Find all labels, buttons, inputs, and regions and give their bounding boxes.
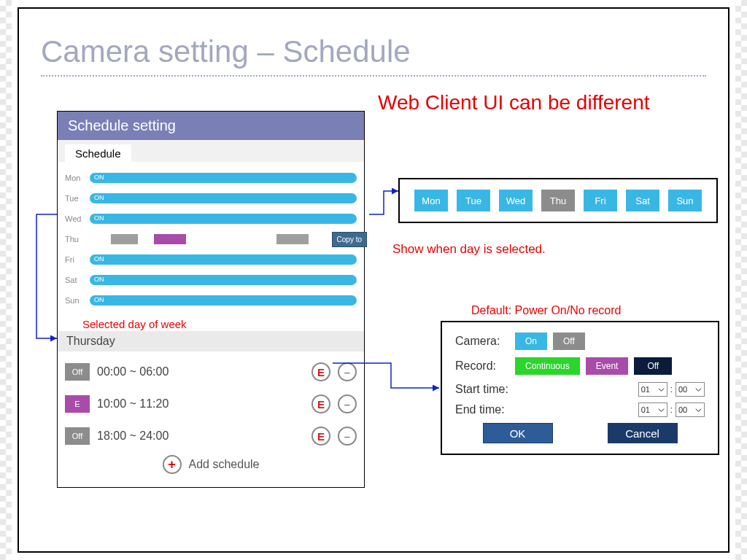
delete-button[interactable]: – <box>338 362 357 381</box>
record-off-button[interactable]: Off <box>634 357 672 375</box>
selected-day-label: Selected day of week <box>58 315 364 331</box>
camera-on-button[interactable]: On <box>515 332 547 350</box>
delete-button[interactable]: – <box>338 394 357 413</box>
camera-off-button[interactable]: Off <box>553 332 585 350</box>
day-tue[interactable]: Tue <box>457 190 490 211</box>
add-schedule-button[interactable]: + Add schedule <box>65 452 357 484</box>
schedule-row: Off 00:00 ~ 06:00 E – <box>65 356 357 388</box>
schedule-time: 00:00 ~ 06:00 <box>97 365 304 378</box>
timeline-row-sun[interactable]: Sun ON <box>65 290 357 311</box>
edit-button[interactable]: E <box>311 427 330 446</box>
schedule-panel: Schedule setting Schedule Mon ON Tue ON … <box>57 111 365 488</box>
tab-bar: Schedule <box>58 140 364 162</box>
edit-button[interactable]: E <box>311 362 330 381</box>
timeline-row-sat[interactable]: Sat ON <box>65 270 357 290</box>
show-note: Show when day is selected. <box>392 242 546 257</box>
plus-icon: + <box>163 455 182 474</box>
schedule-row: E 10:00 ~ 11:20 E – <box>65 388 357 420</box>
schedule-detail-box: Camera: On Off Record: Continuous Event … <box>441 321 719 455</box>
title-divider <box>41 75 706 77</box>
day-thu[interactable]: Thu <box>541 190 575 211</box>
schedule-row: Off 18:00 ~ 24:00 E – <box>65 420 357 452</box>
end-time-label: End time: <box>455 403 638 416</box>
day-mon[interactable]: Mon <box>414 190 448 211</box>
panel-header: Schedule setting <box>58 112 364 140</box>
cancel-button[interactable]: Cancel <box>608 423 678 443</box>
delete-button[interactable]: – <box>338 427 357 446</box>
schedule-list: Off 00:00 ~ 06:00 E – E 10:00 ~ 11:20 E … <box>58 351 364 487</box>
record-label: Record: <box>455 359 509 373</box>
chip-off: Off <box>65 363 90 381</box>
schedule-time: 10:00 ~ 11:20 <box>97 397 304 411</box>
start-hour-select[interactable]: 01 <box>638 382 667 397</box>
edit-button[interactable]: E <box>311 394 330 413</box>
schedule-time: 18:00 ~ 24:00 <box>97 429 304 443</box>
copy-days-box: Mon Tue Wed Thu Fri Sat Sun <box>398 178 718 223</box>
chip-off: Off <box>65 427 90 445</box>
end-hour-select[interactable]: 01 <box>638 402 667 417</box>
timeline-row-mon[interactable]: Mon ON <box>65 168 357 188</box>
start-min-select[interactable]: 00 <box>676 382 705 397</box>
timeline-area: Mon ON Tue ON Wed ON Thu <box>58 162 364 315</box>
default-note: Default: Power On/No record <box>471 304 621 317</box>
timeline-row-tue[interactable]: Tue ON <box>65 188 357 209</box>
record-event-button[interactable]: Event <box>586 357 629 375</box>
day-wed[interactable]: Wed <box>499 190 533 211</box>
add-schedule-label: Add schedule <box>189 458 260 471</box>
day-fri[interactable]: Fri <box>584 190 617 211</box>
selected-day-header: Thursday <box>58 331 364 351</box>
day-sun[interactable]: Sun <box>668 190 702 211</box>
end-min-select[interactable]: 00 <box>676 402 705 417</box>
timeline-row-thu[interactable]: Thu <box>65 229 357 249</box>
note-main: Web Client UI can be different <box>378 90 650 115</box>
timeline-row-wed[interactable]: Wed ON <box>65 209 357 229</box>
chip-event: E <box>65 395 90 413</box>
copy-to-button[interactable]: Copy to <box>332 232 367 247</box>
page-title: Camera setting – Schedule <box>41 34 706 69</box>
arrow-copy-to-days <box>369 185 401 217</box>
record-continuous-button[interactable]: Continuous <box>515 357 580 375</box>
timeline-row-fri[interactable]: Fri ON <box>65 249 357 270</box>
start-time-label: Start time: <box>455 383 638 396</box>
ok-button[interactable]: OK <box>483 423 553 443</box>
tab-schedule[interactable]: Schedule <box>65 144 131 163</box>
camera-label: Camera: <box>455 335 509 348</box>
day-sat[interactable]: Sat <box>626 190 659 211</box>
